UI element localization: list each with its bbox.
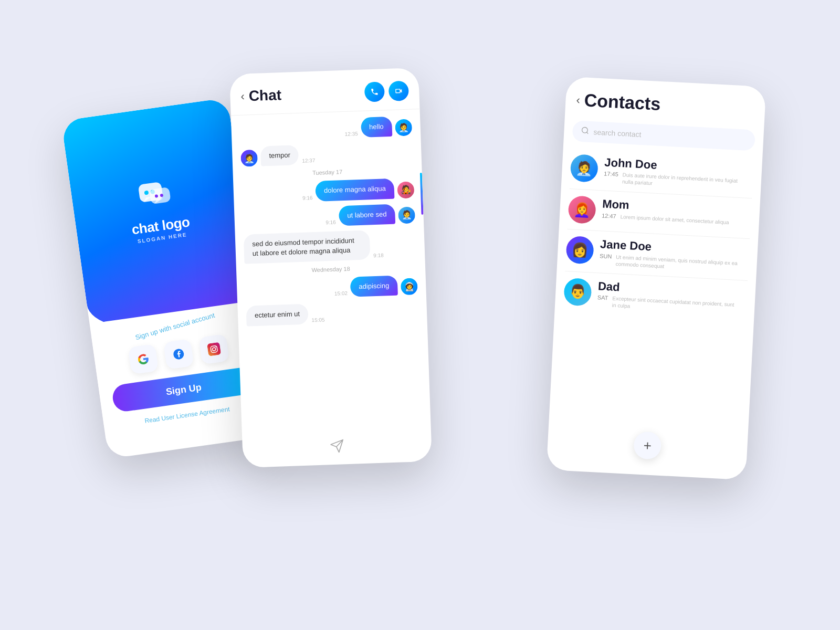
contacts-card: ‹ Contacts search contact 🧑‍💼 John Doe <box>547 77 766 480</box>
chat-title: Chat <box>248 84 365 105</box>
date-divider: Tuesday 17 <box>242 166 414 178</box>
avatar: 🧑‍💼 <box>240 150 258 167</box>
contact-info-mom: Mom 12:47 Lorem ipsum dolor sit amet, co… <box>602 197 752 227</box>
chat-messages: 12:35 hello 🧑‍💼 🧑‍💼 tempor 12:37 Tuesday… <box>231 109 432 462</box>
instagram-signin-button[interactable] <box>198 334 229 365</box>
message-row: 15:02 adipiscing 🧑‍🚀 <box>245 275 418 301</box>
contact-info-jane: Jane Doe SUN Ut enim ad minim veniam, qu… <box>599 238 749 274</box>
msg-time: 9:16 <box>302 195 313 201</box>
video-call-button[interactable] <box>388 81 409 101</box>
message-bubble: ectetur enim ut <box>246 304 308 326</box>
add-contact-button[interactable]: + <box>633 431 662 460</box>
license-link[interactable]: Read User License Agreement <box>144 405 230 425</box>
svg-rect-9 <box>207 342 221 356</box>
search-icon <box>581 126 590 137</box>
send-icon <box>329 438 344 454</box>
avatar: 🧑‍💼 <box>395 119 412 136</box>
message-bubble: adipiscing <box>350 276 398 297</box>
contact-item-dad[interactable]: 👨 Dad SAT Excepteur sint occaecat cupida… <box>563 271 748 322</box>
search-icon-svg <box>581 126 590 135</box>
send-button[interactable] <box>327 436 347 456</box>
chat-back-button[interactable]: ‹ <box>240 90 245 103</box>
message-bubble: hello <box>361 117 393 138</box>
message-row: 🧑‍💼 tempor 12:37 <box>240 141 413 167</box>
facebook-signin-button[interactable] <box>163 339 194 370</box>
msg-time: 9:16 <box>326 219 336 225</box>
message-bubble: tempor <box>260 145 299 166</box>
voice-call-button[interactable] <box>364 81 385 102</box>
phone-icon <box>370 88 379 97</box>
contact-time-jane: SUN <box>600 253 612 259</box>
contact-time-mom: 12:47 <box>602 212 616 219</box>
video-icon <box>394 87 403 96</box>
contact-info-dad: Dad SAT Excepteur sint occaecat cupidata… <box>597 279 747 316</box>
msg-time: 12:37 <box>302 158 315 164</box>
app-scene: chat logo SLOGAN HERE Sign up with socia… <box>52 39 788 591</box>
chat-card: ‹ Chat 12:35 hello <box>229 68 432 468</box>
signup-gradient: chat logo SLOGAN HERE <box>61 98 258 339</box>
message-bubble: dolore magna aliqua <box>315 178 394 201</box>
chat-action-buttons <box>364 81 409 102</box>
contact-avatar-dad: 👨 <box>563 278 592 307</box>
message-bubble: ut labore sed <box>339 204 395 226</box>
search-placeholder: search contact <box>593 128 642 139</box>
contact-avatar-john: 🧑‍💼 <box>570 154 598 183</box>
msg-time: 12:35 <box>344 131 358 137</box>
contact-time-dad: SAT <box>597 294 608 301</box>
contacts-title: Contacts <box>584 90 661 114</box>
google-signin-button[interactable] <box>128 344 159 375</box>
contact-info-john: John Doe 17:45 Duis aute irure dolor in … <box>603 156 753 192</box>
contacts-header: ‹ Contacts <box>565 77 766 127</box>
facebook-icon <box>172 347 186 361</box>
message-row: ectetur enim ut 15:05 <box>246 300 418 327</box>
msg-time: 15:02 <box>334 290 348 297</box>
msg-time: 15:05 <box>311 317 324 323</box>
chat-header: ‹ Chat <box>229 68 420 116</box>
avatar: 🧑‍🎤 <box>397 181 414 198</box>
msg-time: 9:18 <box>373 253 384 259</box>
contact-list: 🧑‍💼 John Doe 17:45 Duis aute irure dolor… <box>554 147 762 322</box>
contact-avatar-mom: 👩‍🦰 <box>568 195 596 224</box>
avatar: 🧑‍🚀 <box>401 278 418 296</box>
message-bubble: sed do eiusmod tempor incididunt ut labo… <box>244 230 371 264</box>
date-divider: Wednesday 18 <box>245 263 417 275</box>
chat-logo-icon <box>133 177 180 215</box>
contacts-back-button[interactable]: ‹ <box>576 93 581 107</box>
message-row: 9:16 dolore magna aliqua 🧑‍🎤 <box>242 178 414 204</box>
message-row: 12:35 hello 🧑‍💼 <box>239 116 412 142</box>
search-bar[interactable]: search contact <box>572 120 755 151</box>
message-row: sed do eiusmod tempor incididunt ut labo… <box>244 228 417 264</box>
instagram-icon <box>207 342 221 356</box>
google-icon <box>136 352 150 366</box>
avatar: 🧑‍💼 <box>398 206 415 224</box>
contact-avatar-jane: 👩 <box>565 236 594 265</box>
message-row: 9:16 ut labore sed 🧑‍💼 <box>243 203 415 229</box>
contact-time-john: 17:45 <box>604 171 618 177</box>
